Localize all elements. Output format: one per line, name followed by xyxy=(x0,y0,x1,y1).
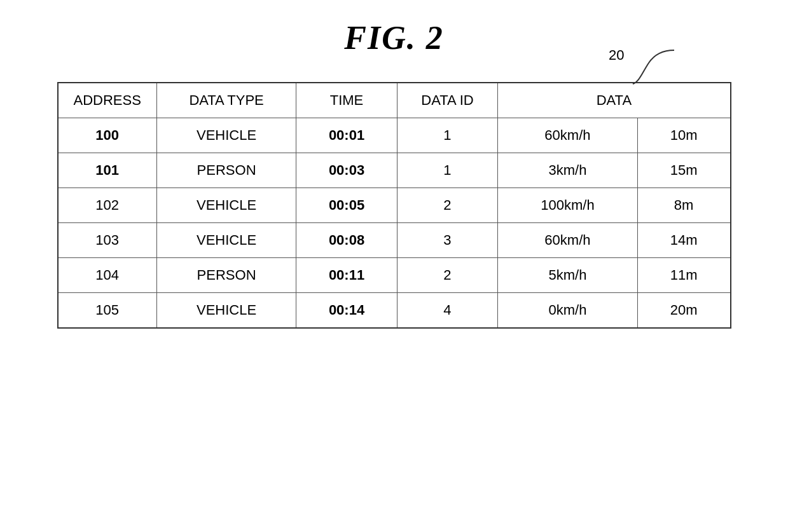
reference-label: 20 xyxy=(609,47,624,64)
cell-address: 102 xyxy=(58,188,157,223)
cell-address: 103 xyxy=(58,223,157,258)
cell-dataid: 1 xyxy=(397,153,497,188)
cell-time: 00:14 xyxy=(296,293,397,329)
cell-datatype: PERSON xyxy=(156,258,296,293)
cell-time: 00:01 xyxy=(296,118,397,153)
reference-arrow xyxy=(630,47,681,85)
cell-data2: 20m xyxy=(637,293,730,329)
table-header-row: ADDRESS DATA TYPE TIME DATA ID DATA xyxy=(58,83,731,118)
cell-address: 101 xyxy=(58,153,157,188)
header-time: TIME xyxy=(296,83,397,118)
cell-data1: 60km/h xyxy=(498,223,637,258)
cell-dataid: 4 xyxy=(397,293,497,329)
cell-address: 105 xyxy=(58,293,157,329)
header-data: DATA xyxy=(498,83,731,118)
diagram-container: 20 ADDRESS DATA TYPE TIME DATA ID DATA 1… xyxy=(57,82,731,329)
table-row: 103 VEHICLE 00:08 3 60km/h 14m xyxy=(58,223,731,258)
cell-datatype: VEHICLE xyxy=(156,223,296,258)
cell-data1: 0km/h xyxy=(498,293,637,329)
cell-dataid: 1 xyxy=(397,118,497,153)
cell-dataid: 3 xyxy=(397,223,497,258)
cell-data2: 11m xyxy=(637,258,730,293)
table-row: 104 PERSON 00:11 2 5km/h 11m xyxy=(58,258,731,293)
data-table: ADDRESS DATA TYPE TIME DATA ID DATA 100 … xyxy=(57,82,731,329)
figure-title: FIG. 2 xyxy=(344,19,443,57)
header-datatype: DATA TYPE xyxy=(156,83,296,118)
cell-datatype: VEHICLE xyxy=(156,188,296,223)
cell-address: 104 xyxy=(58,258,157,293)
table-row: 101 PERSON 00:03 1 3km/h 15m xyxy=(58,153,731,188)
table-row: 105 VEHICLE 00:14 4 0km/h 20m xyxy=(58,293,731,329)
cell-data2: 15m xyxy=(637,153,730,188)
cell-time: 00:05 xyxy=(296,188,397,223)
cell-datatype: VEHICLE xyxy=(156,118,296,153)
cell-dataid: 2 xyxy=(397,258,497,293)
cell-time: 00:11 xyxy=(296,258,397,293)
cell-data2: 14m xyxy=(637,223,730,258)
cell-data1: 5km/h xyxy=(498,258,637,293)
table-row: 100 VEHICLE 00:01 1 60km/h 10m xyxy=(58,118,731,153)
cell-dataid: 2 xyxy=(397,188,497,223)
header-dataid: DATA ID xyxy=(397,83,497,118)
cell-data2: 10m xyxy=(637,118,730,153)
cell-datatype: VEHICLE xyxy=(156,293,296,329)
table-row: 102 VEHICLE 00:05 2 100km/h 8m xyxy=(58,188,731,223)
cell-data1: 100km/h xyxy=(498,188,637,223)
cell-datatype: PERSON xyxy=(156,153,296,188)
cell-data1: 3km/h xyxy=(498,153,637,188)
cell-data1: 60km/h xyxy=(498,118,637,153)
cell-data2: 8m xyxy=(637,188,730,223)
cell-time: 00:08 xyxy=(296,223,397,258)
header-address: ADDRESS xyxy=(58,83,157,118)
cell-time: 00:03 xyxy=(296,153,397,188)
cell-address: 100 xyxy=(58,118,157,153)
